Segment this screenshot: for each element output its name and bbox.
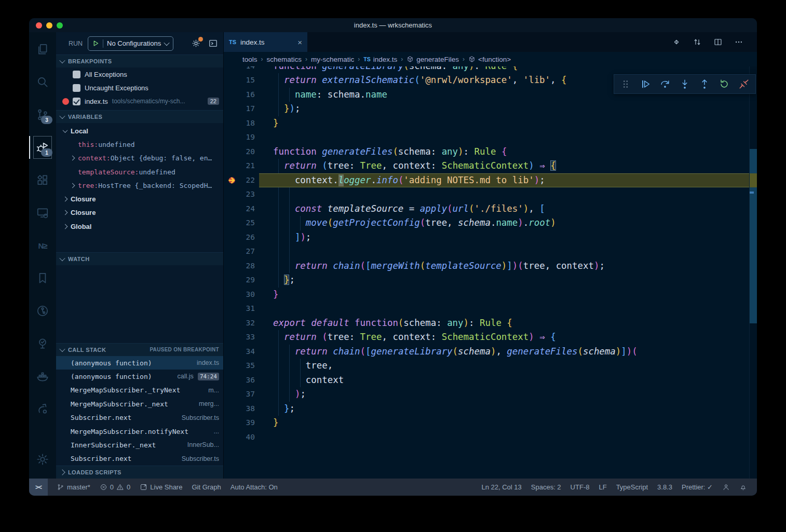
code-line[interactable]: 31	[224, 302, 757, 316]
gutter[interactable]: 31	[224, 302, 273, 316]
code-line[interactable]: 18}	[224, 116, 757, 131]
status-git-graph[interactable]: Git Graph	[187, 479, 225, 496]
gutter[interactable]: 19	[224, 130, 273, 145]
line-number[interactable]: 27	[246, 244, 255, 259]
gutter[interactable]: 30	[224, 288, 273, 302]
activity-item-bookmarks[interactable]	[30, 265, 55, 291]
gutter[interactable]: 38	[224, 402, 273, 416]
gutter[interactable]: 24	[224, 202, 273, 216]
code-line[interactable]: 33 return (tree: Tree, context: Schemati…	[224, 330, 757, 345]
breakpoint-checkbox[interactable]	[73, 71, 80, 78]
breadcrumb-item[interactable]: <function>	[468, 56, 511, 63]
line-number[interactable]: 28	[246, 259, 255, 274]
activity-item-testing[interactable]	[30, 331, 55, 357]
editor-scrollbar[interactable]	[749, 52, 757, 479]
gutter[interactable]: 23	[224, 187, 273, 202]
breakpoint-row[interactable]: Uncaught Exceptions	[56, 81, 223, 94]
call-stack-frame[interactable]: MergeMapSubscriber.notifyNext...	[56, 425, 223, 438]
chevron-right-icon[interactable]	[63, 210, 68, 215]
call-stack-frame[interactable]: MergeMapSubscriber._nextmerg...	[56, 397, 223, 411]
line-number[interactable]: 25	[246, 216, 255, 230]
step-over-button[interactable]	[658, 77, 672, 91]
gutter[interactable]: 21	[224, 159, 273, 173]
activity-item-manage[interactable]	[30, 446, 55, 472]
code-line[interactable]: 36 context	[224, 373, 757, 388]
status-eol[interactable]: LF	[594, 479, 611, 496]
code-line[interactable]: 32export default function(schema: any): …	[224, 316, 757, 331]
line-number[interactable]: 17	[246, 102, 255, 116]
breakpoint-row[interactable]: All Exceptions	[56, 67, 223, 81]
variables-section-header[interactable]: VARIABLES	[56, 110, 223, 123]
gutter[interactable]: 40	[224, 430, 273, 445]
code-line[interactable]: 34 return chain([generateLibrary(schema)…	[224, 345, 757, 359]
step-out-button[interactable]	[697, 77, 712, 91]
gutter[interactable]: 18	[224, 116, 273, 131]
call-stack-frame[interactable]: Subscriber.nextSubscriber.ts	[56, 411, 223, 424]
code-line[interactable]: 20function generateFiles(schema: any): R…	[224, 145, 757, 159]
line-number[interactable]: 23	[246, 187, 255, 202]
breadcrumb-item[interactable]: schematics	[267, 56, 302, 63]
breadcrumb-item[interactable]: tools	[242, 56, 258, 63]
line-number[interactable]: 37	[246, 387, 255, 402]
code-line[interactable]: 28 return chain([mergeWith(templateSourc…	[224, 259, 757, 274]
line-number[interactable]: 21	[246, 159, 255, 173]
chevron-right-icon[interactable]	[70, 156, 75, 161]
gutter[interactable]: 28	[224, 259, 273, 274]
restart-button[interactable]	[717, 77, 731, 91]
line-number[interactable]: 34	[246, 345, 255, 359]
debug-console-icon[interactable]	[208, 38, 218, 48]
code-line[interactable]: 39}	[224, 416, 757, 430]
code-line[interactable]: 21 return (tree: Tree, context: Schemati…	[224, 159, 757, 173]
line-number[interactable]: 20	[246, 145, 255, 159]
step-into-button[interactable]	[677, 77, 692, 91]
activity-item-nx-console[interactable]: N≥	[30, 233, 55, 258]
debug-settings-gear-icon[interactable]	[191, 38, 201, 48]
chevron-down-icon[interactable]	[63, 128, 68, 133]
call-stack-frame[interactable]: MergeMapSubscriber._tryNextm...	[56, 384, 223, 397]
code-line[interactable]: 25 move(getProjectConfig(tree, schema.na…	[224, 216, 757, 230]
variable-row[interactable]: Closure	[56, 192, 223, 206]
compare-changes-icon[interactable]	[693, 37, 702, 47]
split-editor-icon[interactable]	[713, 37, 723, 47]
chevron-right-icon[interactable]	[63, 197, 68, 202]
gutter[interactable]: 26	[224, 230, 273, 245]
variable-row[interactable]: Global	[56, 220, 223, 233]
variable-row[interactable]: context: Object {debug: false, en…	[56, 152, 223, 165]
call-stack-section-header[interactable]: CALL STACK PAUSED ON BREAKPOINT	[56, 343, 223, 356]
code-line[interactable]: 24 const templateSource = apply(url('./f…	[224, 202, 757, 216]
code-line[interactable]: 37 );	[224, 387, 757, 402]
close-tab-icon[interactable]: ×	[297, 38, 302, 47]
variable-row[interactable]: tree: HostTree {_backend: ScopedH…	[56, 179, 223, 192]
activity-item-extensions[interactable]	[30, 167, 55, 193]
gutter[interactable]: 29	[224, 273, 273, 288]
continue-button[interactable]	[638, 77, 653, 91]
line-number[interactable]: 35	[246, 359, 255, 373]
disconnect-button[interactable]	[737, 77, 751, 91]
loaded-scripts-section-header[interactable]: LOADED SCRIPTS	[56, 466, 223, 479]
editor[interactable]: tools›schematics›my-schematic›TSindex.ts…	[224, 52, 757, 479]
breakpoints-section-header[interactable]: BREAKPOINTS	[56, 54, 223, 67]
line-number[interactable]: 30	[246, 288, 255, 302]
variable-row[interactable]: this: undefined	[56, 138, 223, 151]
line-number[interactable]: 19	[246, 130, 255, 145]
status-live-share[interactable]: Live Share	[135, 479, 187, 496]
breadcrumb-item[interactable]: TSindex.ts	[363, 56, 397, 63]
line-number[interactable]: 26	[246, 230, 255, 245]
line-number[interactable]: 33	[246, 330, 255, 345]
gutter[interactable]: 25	[224, 216, 273, 230]
call-stack-frame[interactable]: (anonymous function)call.js74:24	[56, 370, 223, 383]
line-number[interactable]: 39	[246, 416, 255, 430]
line-number[interactable]: 15	[246, 73, 255, 88]
gutter[interactable]: 36	[224, 373, 273, 388]
variable-row[interactable]: templateSource: undefined	[56, 165, 223, 179]
activity-item-remote-explorer[interactable]	[30, 200, 55, 226]
status-prettier[interactable]: Prettier: ✓	[677, 479, 717, 496]
code-area[interactable]: 14function generateLibrary(schema: any):…	[224, 52, 757, 479]
line-number[interactable]: 36	[246, 373, 255, 388]
code-line[interactable]: 23	[224, 187, 757, 202]
code-line[interactable]: 30}	[224, 288, 757, 302]
chevron-right-icon[interactable]	[70, 183, 75, 188]
code-line[interactable]: 29 };	[224, 273, 757, 288]
status-notifications[interactable]	[735, 479, 752, 496]
gutter[interactable]: 22	[224, 173, 273, 188]
